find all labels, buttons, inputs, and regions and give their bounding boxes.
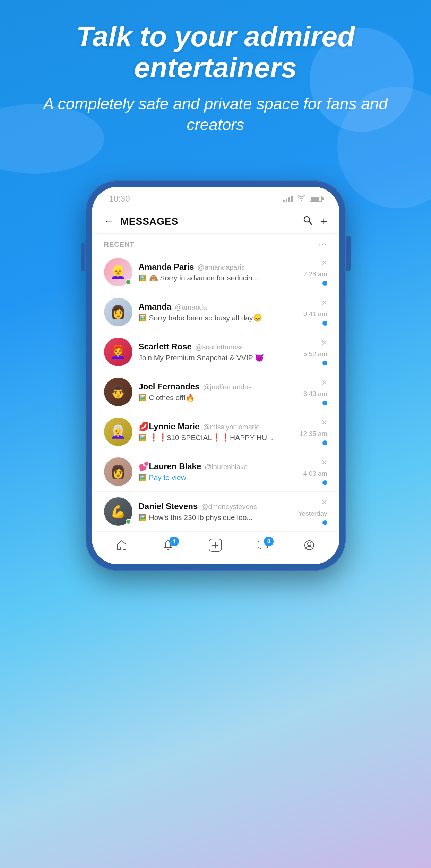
pay-to-view-label: Pay to view xyxy=(149,473,186,482)
avatar-wrapper: 👩‍🦰 xyxy=(104,338,132,366)
avatar-wrapper: 👱‍♀️ xyxy=(104,258,132,286)
close-button[interactable]: ✕ xyxy=(321,458,327,467)
search-icon[interactable] xyxy=(302,215,313,228)
nav-item-add[interactable] xyxy=(208,538,222,552)
sub-title: A completely safe and private space for … xyxy=(28,94,403,135)
message-meta: ✕ 9:41 am xyxy=(303,298,327,326)
unread-indicator xyxy=(322,401,327,405)
message-content: Daniel Stevens @dmoneystevens 🖼️ How's t… xyxy=(139,502,292,522)
nav-item-home[interactable] xyxy=(116,539,128,551)
list-item[interactable]: 👩 💕Lauren Blake @laurenblake 🖼️ Pay to v… xyxy=(92,452,339,492)
unread-indicator xyxy=(322,520,327,525)
message-content: Amanda Paris @amandaparis 🖼️ 🙈 Sorry in … xyxy=(139,262,297,282)
main-title: Talk to your admired entertainers xyxy=(28,21,403,83)
timestamp: 12:35 am xyxy=(300,430,327,438)
contact-name: 💋Lynnie Marie xyxy=(139,422,200,431)
message-meta: ✕ 7:28 am xyxy=(303,259,327,286)
avatar: 👩‍🦰 xyxy=(104,338,132,366)
close-button[interactable]: ✕ xyxy=(321,338,327,347)
messages-title: MESSAGES xyxy=(121,216,179,227)
close-button[interactable]: ✕ xyxy=(321,259,327,268)
phone-wrapper: 10:30 xyxy=(86,180,346,571)
contact-handle: @joelfernandes xyxy=(203,383,252,391)
recent-label: RECENT xyxy=(104,241,135,248)
nav-item-profile[interactable] xyxy=(303,539,315,551)
name-row: Daniel Stevens @dmoneystevens xyxy=(139,502,292,511)
wifi-icon xyxy=(297,195,305,203)
more-options[interactable]: ··· xyxy=(319,240,327,249)
list-item[interactable]: 👩 Amanda @amanda 🖼️ Sorry babe been so b… xyxy=(92,292,339,332)
message-preview: 🖼️ Sorry babe been so busy all day😞 xyxy=(139,314,297,322)
avatar: 👩 xyxy=(104,298,132,326)
contact-name: 💕Lauren Blake xyxy=(139,462,201,471)
notifications-badge: 4 xyxy=(169,537,179,546)
svg-line-1 xyxy=(309,221,312,224)
message-content: 💋Lynnie Marie @misslynniemarie 🖼️ ❗❗$10 … xyxy=(139,422,294,442)
timestamp: 7:28 am xyxy=(303,270,327,278)
message-content: 💕Lauren Blake @laurenblake 🖼️ Pay to vie… xyxy=(139,462,297,482)
image-icon: 🖼️ xyxy=(139,474,146,481)
avatar: 👩‍🦳 xyxy=(104,418,132,446)
message-content: Amanda @amanda 🖼️ Sorry babe been so bus… xyxy=(139,302,297,322)
nav-item-notifications[interactable]: 4 xyxy=(162,539,174,551)
image-icon: 🖼️ xyxy=(139,274,146,282)
timestamp: 4:03 am xyxy=(303,470,327,478)
message-meta: ✕ Yesterday xyxy=(298,498,327,525)
name-row: 💋Lynnie Marie @misslynniemarie xyxy=(139,422,294,431)
contact-name: Amanda xyxy=(139,302,172,312)
list-item[interactable]: 👨 Joel Fernandes @joelfernandes 🖼️ Cloth… xyxy=(92,372,339,412)
list-item[interactable]: 💪 Daniel Stevens @dmoneystevens 🖼️ How's… xyxy=(92,492,339,532)
contact-name: Amanda Paris xyxy=(139,262,194,272)
list-item[interactable]: 👱‍♀️ Amanda Paris @amandaparis 🖼️ 🙈 Sorr… xyxy=(92,252,339,292)
back-button[interactable]: ← xyxy=(104,216,114,227)
message-content: Scarlett Rose @scarlettmrose Join My Pre… xyxy=(139,342,297,362)
add-button[interactable]: + xyxy=(320,214,327,228)
bottom-nav: 4 8 xyxy=(92,532,339,564)
close-button[interactable]: ✕ xyxy=(321,498,327,507)
contact-handle: @amanda xyxy=(175,303,207,311)
avatar: 👨 xyxy=(104,378,132,406)
close-button[interactable]: ✕ xyxy=(321,418,327,427)
message-meta: ✕ 12:35 am xyxy=(300,418,327,445)
contact-handle: @laurenblake xyxy=(205,463,248,471)
timestamp: 5:52 am xyxy=(303,350,327,358)
message-preview: 🖼️ ❗❗$10 SPECIAL❗❗HAPPY HU... xyxy=(139,433,294,442)
contact-handle: @misslynniemarie xyxy=(203,423,260,431)
online-indicator xyxy=(126,519,131,524)
avatar: 👩 xyxy=(104,457,132,486)
contact-handle: @amandaparis xyxy=(198,263,245,271)
unread-indicator xyxy=(322,440,327,445)
phone-frame: 10:30 xyxy=(86,180,346,571)
contact-name: Joel Fernandes xyxy=(139,382,200,391)
messages-header: ← MESSAGES + xyxy=(92,208,339,234)
online-indicator xyxy=(126,279,131,285)
image-icon: 🖼️ xyxy=(139,434,146,441)
image-icon: 🖼️ xyxy=(139,514,146,521)
timestamp: 6:43 am xyxy=(303,390,327,398)
unread-indicator xyxy=(322,361,327,365)
unread-indicator xyxy=(322,281,327,286)
timestamp: 9:41 am xyxy=(303,310,327,318)
header-section: Talk to your admired entertainers A comp… xyxy=(0,21,431,135)
avatar-wrapper: 👩 xyxy=(104,298,132,326)
message-preview: 🖼️ How's this 230 lb physique loo... xyxy=(139,513,292,522)
close-button[interactable]: ✕ xyxy=(321,378,327,387)
header-left: ← MESSAGES xyxy=(104,216,179,227)
name-row: Amanda @amanda xyxy=(139,302,297,312)
message-preview: Join My Premium Snapchat & VVIP 😈 xyxy=(139,354,297,362)
list-item[interactable]: 👩‍🦰 Scarlett Rose @scarlettmrose Join My… xyxy=(92,332,339,372)
list-item[interactable]: 👩‍🦳 💋Lynnie Marie @misslynniemarie 🖼️ ❗❗… xyxy=(92,412,339,452)
image-icon: 🖼️ xyxy=(139,394,146,402)
message-list: 👱‍♀️ Amanda Paris @amandaparis 🖼️ 🙈 Sorr… xyxy=(92,252,339,532)
message-preview: 🖼️ Pay to view xyxy=(139,473,297,482)
nav-item-messages[interactable]: 8 xyxy=(257,539,269,551)
avatar-wrapper: 👩 xyxy=(104,457,132,486)
message-preview: 🖼️ Clothes off!🔥 xyxy=(139,394,297,402)
battery-icon xyxy=(310,196,322,202)
phone-screen: 10:30 xyxy=(92,187,339,564)
svg-point-7 xyxy=(308,542,311,546)
status-bar: 10:30 xyxy=(92,187,339,208)
status-time: 10:30 xyxy=(109,194,130,204)
close-button[interactable]: ✕ xyxy=(321,298,327,307)
profile-icon xyxy=(303,539,315,551)
